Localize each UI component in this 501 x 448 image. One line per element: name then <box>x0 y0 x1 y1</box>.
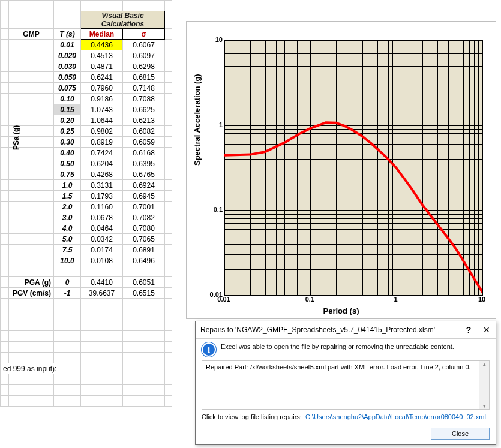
cell-median[interactable]: 1.0644 <box>81 115 123 126</box>
cell-sigma[interactable]: 0.6213 <box>123 115 165 126</box>
cell-sigma[interactable]: 0.6097 <box>123 50 165 61</box>
cell-median[interactable]: 0.0342 <box>81 234 123 245</box>
chart-container: Spectral Acceleration (g) Period (s) 0.0… <box>186 21 496 319</box>
cell-median[interactable]: 0.0108 <box>81 255 123 266</box>
cell-median[interactable]: 0.0464 <box>81 223 123 234</box>
row-label: PGV (cm/s) <box>9 288 54 299</box>
scroll-down-icon[interactable]: ▾ <box>479 403 489 409</box>
cell-sigma[interactable]: 0.7080 <box>123 223 165 234</box>
cell-period[interactable]: 3.0 <box>54 212 81 223</box>
cell-period[interactable]: 7.5 <box>54 245 81 255</box>
chart-y-axis-title: Spectral Acceleration (g) <box>193 74 202 166</box>
cell-median[interactable]: 0.9186 <box>81 94 123 104</box>
close-button[interactable]: Close <box>431 428 490 440</box>
cell-median[interactable]: 0.7424 <box>81 148 123 158</box>
dialog-link-intro: Click to view log file listing repairs: <box>202 413 302 420</box>
x-tick: 0.1 <box>305 296 314 303</box>
cell-sigma[interactable]: 0.6765 <box>123 169 165 180</box>
cell-median[interactable]: 0.6204 <box>81 158 123 169</box>
cell-sigma[interactable]: 0.7082 <box>123 212 165 223</box>
cell-median[interactable]: 0.1793 <box>81 191 123 202</box>
cell-period[interactable]: 0.020 <box>54 50 81 61</box>
cell-period[interactable]: 0.030 <box>54 61 81 72</box>
cell-period[interactable]: 0.25 <box>54 126 81 137</box>
repairs-dialog: Repairs to 'NGAW2_GMPE_Spreadsheets_v5.7… <box>195 321 496 445</box>
cell-period[interactable]: 0.75 <box>54 169 81 180</box>
cell-sigma[interactable]: 0.6496 <box>123 255 165 266</box>
cell-median[interactable]: 0.1160 <box>81 202 123 212</box>
header-sigma: σ <box>123 29 165 40</box>
cell-period[interactable]: 0.075 <box>54 83 81 94</box>
cell-sigma[interactable]: 0.6168 <box>123 148 165 158</box>
scroll-up-icon[interactable]: ▴ <box>479 361 489 367</box>
header-vbc: Visual Basic Calculations <box>81 11 165 29</box>
x-tick: 0.01 <box>217 296 230 303</box>
cell-median[interactable]: 39.6637 <box>81 288 123 299</box>
cell-period[interactable]: 0.40 <box>54 148 81 158</box>
chart-x-axis-title: Period (s) <box>187 306 496 315</box>
cell-median[interactable]: 1.0743 <box>81 104 123 115</box>
cell-sigma[interactable]: 0.6082 <box>123 126 165 137</box>
cell-sigma[interactable]: 0.7148 <box>123 83 165 94</box>
cell-median[interactable]: 0.4513 <box>81 50 123 61</box>
y-tick: 10 <box>206 36 223 43</box>
cell-period[interactable]: -1 <box>54 288 81 299</box>
info-icon: i <box>202 342 216 357</box>
cell-sigma[interactable]: 0.6891 <box>123 245 165 255</box>
cell-sigma[interactable]: 0.6298 <box>123 61 165 72</box>
cell-median[interactable]: 0.4871 <box>81 61 123 72</box>
cell-period[interactable]: 0.30 <box>54 137 81 148</box>
cell-sigma[interactable]: 0.6395 <box>123 158 165 169</box>
cell-period[interactable]: 4.0 <box>54 223 81 234</box>
header-t: T (s) <box>54 29 81 40</box>
x-tick: 10 <box>478 296 485 303</box>
cell-median[interactable]: 0.6241 <box>81 72 123 83</box>
cell-sigma[interactable]: 0.6515 <box>123 288 165 299</box>
cell-sigma[interactable]: 0.6924 <box>123 180 165 191</box>
cell-period[interactable]: 10.0 <box>54 255 81 266</box>
cell-period[interactable]: 1.0 <box>54 180 81 191</box>
cell-period[interactable]: 0.01 <box>54 40 81 50</box>
header-median: Median <box>81 29 123 40</box>
y-tick: 1 <box>206 121 223 128</box>
cell-sigma[interactable]: 0.7065 <box>123 234 165 245</box>
cell-median[interactable]: 0.8919 <box>81 137 123 148</box>
cell-period[interactable]: 5.0 <box>54 234 81 245</box>
cell-period[interactable]: 2.0 <box>54 202 81 212</box>
cell-sigma[interactable]: 0.6059 <box>123 137 165 148</box>
dialog-title-text: Repairs to 'NGAW2_GMPE_Spreadsheets_v5.7… <box>200 326 435 334</box>
dialog-close-button[interactable]: ✕ <box>478 321 496 338</box>
cell-median[interactable]: 0.7960 <box>81 83 123 94</box>
cell-median[interactable]: 0.4268 <box>81 169 123 180</box>
cell-sigma[interactable]: 0.6067 <box>123 40 165 50</box>
cell-period[interactable]: 0.050 <box>54 72 81 83</box>
dialog-log-link[interactable]: C:\Users\shenghu2\AppData\Local\Temp\err… <box>305 413 486 420</box>
cell-period[interactable]: 0.15 <box>54 104 81 115</box>
cell-sigma[interactable]: 0.6625 <box>123 104 165 115</box>
cell-sigma[interactable]: 0.7001 <box>123 202 165 212</box>
cell-period[interactable]: 0.20 <box>54 115 81 126</box>
cell-median[interactable]: 0.9802 <box>81 126 123 137</box>
cell-period[interactable]: 1.5 <box>54 191 81 202</box>
header-gmp: GMP <box>9 29 54 40</box>
cell-period[interactable]: 0.10 <box>54 94 81 104</box>
cell-median[interactable]: 0.0678 <box>81 212 123 223</box>
cell-sigma[interactable]: 0.6815 <box>123 72 165 83</box>
cell-median[interactable]: 0.3131 <box>81 180 123 191</box>
cell-median[interactable]: 0.0174 <box>81 245 123 255</box>
dialog-log-textarea[interactable]: Repaired Part: /xl/worksheets/sheet5.xml… <box>202 360 490 410</box>
dialog-help-button[interactable]: ? <box>460 321 478 338</box>
plot-area <box>224 40 483 296</box>
cell-period[interactable]: 0.50 <box>54 158 81 169</box>
cell-median[interactable]: 0.4410 <box>81 277 123 288</box>
footer-note: ed 999 as input): <box>1 363 81 374</box>
cell-median[interactable]: 0.4436 <box>81 40 123 50</box>
cell-sigma[interactable]: 0.6945 <box>123 191 165 202</box>
cell-sigma[interactable]: 0.6051 <box>123 277 165 288</box>
dialog-titlebar[interactable]: Repairs to 'NGAW2_GMPE_Spreadsheets_v5.7… <box>196 321 496 338</box>
cell-sigma[interactable]: 0.7088 <box>123 94 165 104</box>
psa-axis-label: PSa (g) <box>12 125 20 150</box>
dialog-message: Excel was able to open the file by repai… <box>221 342 454 351</box>
scrollbar[interactable]: ▴ ▾ <box>479 361 489 409</box>
cell-period[interactable]: 0 <box>54 277 81 288</box>
